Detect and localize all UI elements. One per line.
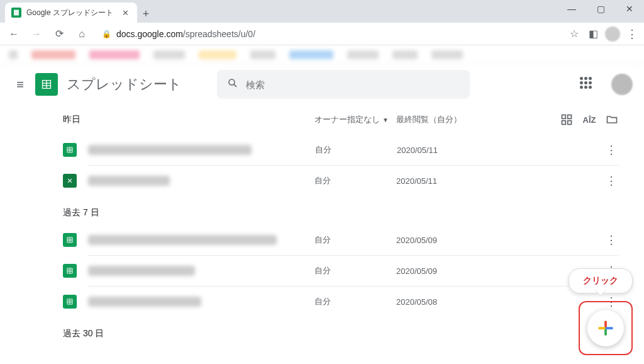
plus-multicolor-icon (596, 319, 615, 338)
document-list: 昨日 オーナー指定なし ▼ 最終閲覧（自分） AÎZ 自分 2020/05/11… (0, 105, 644, 346)
folder-button[interactable] (605, 113, 619, 127)
sheets-file-icon (63, 143, 77, 157)
forward-button[interactable]: → (28, 25, 45, 43)
list-item[interactable]: 自分 2020/05/11 ⋮ (63, 135, 644, 165)
app-title: スプレッドシート (67, 75, 182, 94)
file-owner: 自分 (314, 175, 396, 186)
sheets-file-icon (63, 233, 77, 247)
extension-icon[interactable]: ◧ (586, 27, 600, 41)
sheets-logo-icon (35, 73, 58, 96)
home-button[interactable]: ⌂ (73, 25, 91, 43)
svg-line-2 (234, 84, 236, 86)
url-text: docs.google.com/spreadsheets/u/0/ (116, 29, 255, 39)
section-label: 昨日 (63, 114, 314, 125)
annotation-label: クリック (583, 275, 618, 285)
tab-close-icon[interactable]: ✕ (122, 8, 131, 17)
sort-button[interactable]: AÎZ (582, 113, 596, 127)
last-opened-column: 最終閲覧（自分） (396, 114, 503, 125)
search-input[interactable] (246, 79, 460, 90)
search-box[interactable] (217, 70, 470, 99)
chevron-down-icon: ▼ (382, 117, 389, 123)
bookmarks-bar (0, 45, 644, 64)
browser-tabstrip: Google スプレッドシート ✕ + (0, 0, 644, 23)
address-bar[interactable]: 🔒 docs.google.com/spreadsheets/u/0/ (96, 25, 562, 43)
browser-menu-button[interactable]: ⋮ (625, 27, 639, 41)
browser-toolbar: ← → ⟳ ⌂ 🔒 docs.google.com/spreadsheets/u… (0, 23, 644, 45)
list-item[interactable]: 自分 2020/05/09 ⋮ (63, 225, 644, 255)
annotation-highlight (579, 301, 633, 355)
back-button[interactable]: ← (5, 25, 23, 43)
file-date: 2020/05/08 (396, 297, 503, 307)
sheets-file-icon (63, 264, 77, 278)
file-date: 2020/05/11 (396, 176, 503, 186)
app-header: ≡ スプレッドシート (0, 64, 644, 105)
lock-icon: 🔒 (102, 30, 111, 38)
file-owner: 自分 (314, 234, 396, 246)
sheets-file-icon (63, 295, 77, 309)
file-name-blurred (88, 266, 195, 276)
svg-point-1 (229, 79, 235, 85)
more-actions-button[interactable]: ⋮ (604, 143, 619, 157)
browser-tab-title: Google スプレッドシート (26, 8, 117, 18)
file-name-blurred (88, 145, 252, 155)
grid-view-button[interactable] (560, 113, 574, 127)
section-label: 過去 7 日 (63, 196, 644, 225)
list-item[interactable]: 自分 2020/05/11 ⋮ (63, 166, 644, 196)
svg-rect-3 (562, 115, 566, 119)
list-header: 昨日 オーナー指定なし ▼ 最終閲覧（自分） AÎZ (63, 105, 644, 135)
list-item[interactable]: 自分 2020/05/08 ⋮ (63, 287, 644, 317)
file-owner: 自分 (314, 265, 396, 276)
more-actions-button[interactable]: ⋮ (604, 233, 619, 247)
svg-rect-5 (562, 121, 566, 125)
google-apps-button[interactable] (580, 77, 595, 92)
profile-icon[interactable] (605, 26, 620, 42)
file-owner: 自分 (314, 296, 396, 307)
new-tab-button[interactable]: + (137, 5, 155, 23)
star-icon[interactable]: ☆ (567, 27, 581, 41)
file-date: 2020/05/09 (396, 236, 503, 245)
annotation-bubble: クリック (569, 268, 633, 293)
new-document-fab[interactable] (587, 310, 624, 346)
svg-rect-4 (568, 115, 572, 119)
main-menu-button[interactable]: ≡ (11, 77, 29, 92)
file-name-blurred (88, 235, 277, 245)
file-date: 2020/05/09 (396, 266, 503, 276)
window-minimize-button[interactable]: — (557, 0, 586, 18)
section-label: 過去 30 日 (63, 317, 644, 346)
view-actions: AÎZ (560, 113, 619, 127)
file-name-blurred (88, 176, 170, 186)
file-date: 2020/05/11 (397, 145, 504, 155)
file-name-blurred (88, 297, 201, 307)
sheets-favicon-icon (11, 8, 21, 18)
svg-rect-6 (568, 121, 572, 125)
search-icon (227, 77, 238, 92)
file-owner: 自分 (315, 144, 397, 156)
reload-button[interactable]: ⟳ (50, 25, 68, 43)
window-maximize-button[interactable]: ▢ (586, 0, 615, 18)
excel-file-icon (63, 174, 77, 188)
window-close-button[interactable]: ✕ (615, 0, 644, 18)
account-avatar[interactable] (611, 74, 633, 95)
list-item[interactable]: 自分 2020/05/09 ⋮ (63, 256, 644, 286)
window-controls: — ▢ ✕ (557, 0, 644, 18)
more-actions-button[interactable]: ⋮ (604, 174, 619, 188)
browser-tab[interactable]: Google スプレッドシート ✕ (5, 3, 137, 23)
owner-filter[interactable]: オーナー指定なし ▼ (314, 114, 396, 125)
